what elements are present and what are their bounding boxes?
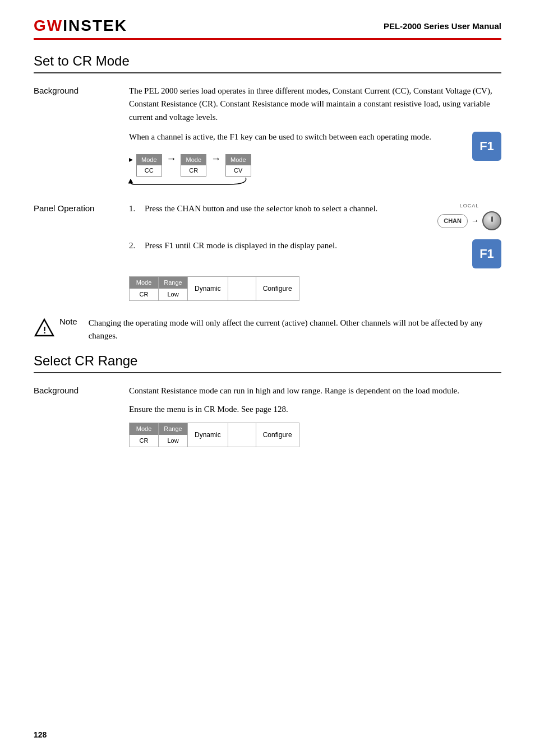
logo: GWINSTEK [34,17,127,35]
display-seg-dynamic: Dynamic [188,277,228,300]
display-seg-range-bot: Low [163,289,183,300]
step-1: 1. Press the CHAN button and use the sel… [129,202,501,230]
select-cr-background-row: Background Constant Resistance mode can … [34,384,501,453]
left-pointer: ▸ [129,155,133,164]
display-bar2-range-bot: Low [163,435,183,447]
display-seg-mode-top: Mode [130,277,158,289]
header-title: PEL-2000 Series User Manual [384,21,501,31]
display-seg-configure: Configure [256,277,299,300]
chan-button[interactable]: CHAN [437,214,468,228]
section-heading-select-cr: Select CR Range [34,353,501,369]
note-text: Changing the operating mode will only af… [89,317,501,343]
step-1-text: Press the CHAN button and use the select… [145,202,427,215]
chan-button-area: LOCAL CHAN → [437,202,501,230]
warning-triangle-icon: ! [34,318,55,338]
note-label: Note [59,317,80,326]
select-cr-para1: Constant Resistance mode can run in high… [129,384,501,397]
mode-box-cc: Mode CC [136,155,164,164]
note-row: ! Note Changing the operating mode will … [34,317,501,343]
mode-box-cv: Mode CV [225,155,251,164]
step-2-text: Press F1 until CR mode is displayed in t… [145,239,462,252]
step-2-f1: F1 [472,239,501,268]
display-bar2-empty [228,423,256,447]
step-2-num: 2. [129,239,145,252]
select-cr-body: Constant Resistance mode can run in high… [129,384,501,453]
section-rule-1 [34,72,501,73]
display-bar2-mode-top: Mode [130,423,158,435]
f1-button-area: F1 [472,131,501,161]
display-bar2-seg-range: Range Low [159,423,188,447]
display-bar2-seg-mode: Mode CR [130,423,159,447]
logo-gw: GW [34,17,63,34]
svg-text:!: ! [43,326,46,335]
background-label: Background [34,85,129,192]
f1-note-text: When a channel is active, the F1 key can… [129,131,467,185]
panel-operation-label: Panel Operation [34,202,129,307]
background-row: Background The PEL 2000 series load oper… [34,85,501,192]
display-seg-mode: Mode CR [130,277,159,300]
display-bar2-configure: Configure [256,423,299,447]
section-select-cr-range: Select CR Range Background Constant Resi… [34,353,501,453]
f1-button[interactable]: F1 [472,132,501,161]
display-bar-2: Mode CR Range Low Dynamic Configure [129,423,299,447]
section-heading-set-cr: Set to CR Mode [34,53,501,69]
arrow-2: → [211,153,221,164]
arrow-1: → [167,153,177,164]
header-rule [34,38,501,40]
panel-operation-row: Panel Operation 1. Press the CHAN button… [34,202,501,307]
f1-button-2[interactable]: F1 [472,239,501,268]
note-word: Note [59,317,77,326]
local-label: LOCAL [460,202,479,210]
note-icon: ! [34,318,55,338]
display-seg-empty [228,277,256,300]
selector-knob[interactable] [482,211,501,230]
mode-arrow-diagram: ▸ Mode CC → Mode C [129,151,251,185]
background-text: The PEL 2000 series load operates in thr… [129,85,501,124]
background-body: The PEL 2000 series load operates in thr… [129,85,501,192]
chan-knob-row: CHAN → [437,211,501,230]
page-number: 128 [34,730,47,739]
display-bar2-dynamic: Dynamic [188,423,228,447]
f1-mode-section: When a channel is active, the F1 key can… [129,131,501,185]
display-bar2-range-top: Range [159,423,187,435]
panel-operation-body: 1. Press the CHAN button and use the sel… [129,202,501,307]
display-seg-mode-bot: CR [135,289,153,300]
page-header: GWINSTEK PEL-2000 Series User Manual [34,17,501,35]
return-arrow [129,177,251,185]
display-bar2-mode-bot: CR [135,435,153,447]
select-cr-label: Background [34,384,129,453]
page: GWINSTEK PEL-2000 Series User Manual Set… [0,0,535,756]
section-set-cr-mode: Set to CR Mode Background The PEL 2000 s… [34,53,501,343]
step-1-num: 1. [129,202,145,215]
select-cr-para2: Ensure the menu is in CR Mode. See page … [129,403,501,416]
mode-box-cr: Mode CR [181,155,209,164]
knob-indicator [491,216,493,222]
display-seg-range-top: Range [159,277,187,289]
chan-arrow: → [471,215,479,227]
section-rule-2 [34,372,501,373]
display-seg-range: Range Low [159,277,188,300]
step-2: 2. Press F1 until CR mode is displayed i… [129,239,501,268]
display-bar-1: Mode CR Range Low Dynamic Configure [129,276,299,301]
curve-arrow-svg [128,177,251,187]
logo-instek: INSTEK [63,17,127,34]
